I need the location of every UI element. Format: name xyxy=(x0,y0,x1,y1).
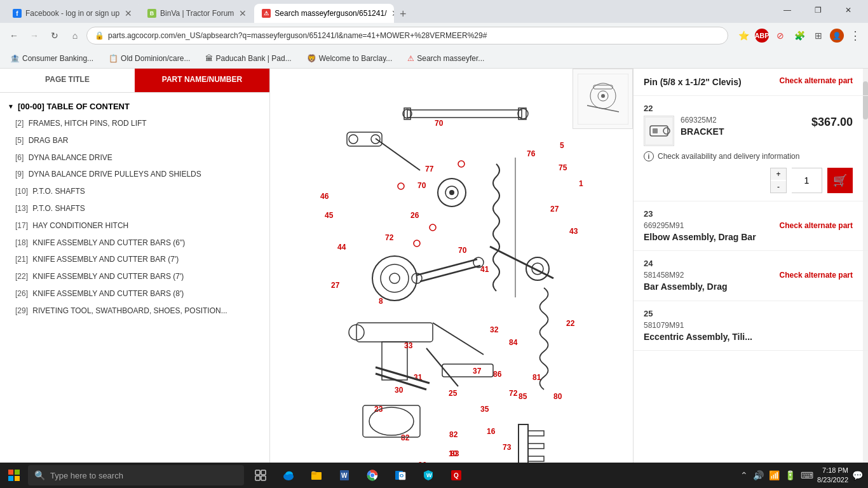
svg-text:72: 72 xyxy=(509,389,518,398)
tab-part-name-number[interactable]: PART NAME/NUMBER xyxy=(135,69,269,92)
back-button[interactable]: ← xyxy=(5,27,23,44)
part-item-pin: Pin (5/8 x 1-1/2" Clevis) Check alternat… xyxy=(634,69,868,96)
notification-icon[interactable]: 💬 xyxy=(852,470,863,480)
toc-item-6[interactable]: [6] DYNA BALANCE DRIVE xyxy=(0,149,269,166)
part-25-name: Eccentric Assembly, Tili... xyxy=(644,331,853,342)
part-pin-check-alt[interactable]: Check alternate part xyxy=(780,76,853,85)
toc-num-13: [13] xyxy=(15,204,28,213)
svg-rect-21 xyxy=(382,342,407,380)
tab-close-binva[interactable]: ✕ xyxy=(239,8,247,18)
taskbar-system-icons: ⌃ 🔊 📶 🔋 ⌨ xyxy=(740,470,813,480)
taskbar-word-icon[interactable]: W xyxy=(330,463,358,488)
taskbar-windows-security-icon[interactable]: W xyxy=(414,463,442,488)
abp-icon[interactable]: ABP xyxy=(755,29,769,43)
bookmark-paducah[interactable]: 🏛 Paducah Bank | Pad... xyxy=(200,53,296,64)
menu-icon[interactable]: ⋮ xyxy=(848,28,863,43)
part-24-check-alt[interactable]: Check alternate part xyxy=(780,271,853,280)
taskbar-time-display[interactable]: 7:18 PM 8/23/2022 xyxy=(817,466,848,485)
svg-text:26: 26 xyxy=(410,211,419,220)
toc-item-2[interactable]: [2] FRAMES, HITCH PINS, ROD LIFT xyxy=(0,115,269,132)
toc-item-13[interactable]: [13] P.T.O. SHAFTS xyxy=(0,200,269,217)
svg-text:33: 33 xyxy=(404,341,413,350)
toc-item-17[interactable]: [17] HAY CONDITIONER HITCH xyxy=(0,217,269,234)
taskbar-search-text: Type here to search xyxy=(50,471,123,480)
svg-text:75: 75 xyxy=(559,163,567,172)
diagram-area: 76 1 27 43 5 22 70 41 32 84 80 8 27 44 4… xyxy=(270,69,633,488)
tab-bar: f Facebook - log in or sign up ✕ B BinVa… xyxy=(0,0,868,23)
svg-text:22: 22 xyxy=(566,319,575,328)
keyboard-icon[interactable]: ⌨ xyxy=(801,470,813,480)
puzzle-icon[interactable]: 🧩 xyxy=(792,28,807,43)
bookmark-old-dominion[interactable]: 📋 Old Dominion/care... xyxy=(104,53,195,64)
close-button[interactable]: ✕ xyxy=(834,0,863,23)
profile-icon[interactable]: 👤 xyxy=(830,29,844,43)
toc-item-5[interactable]: [5] DRAG BAR xyxy=(0,132,269,149)
part-25-sku: 581079M91 xyxy=(644,321,853,330)
toc-label-2: FRAMES, HITCH PINS, ROD LIFT xyxy=(29,119,147,128)
bookmark-barclay[interactable]: 🦁 Welcome to Barclay... xyxy=(302,53,398,64)
part-22-availability-row[interactable]: i Check availability and delivery inform… xyxy=(644,151,853,161)
forward-button[interactable]: → xyxy=(25,27,43,44)
part-22-cart-button[interactable]: 🛒 xyxy=(827,168,853,193)
start-button[interactable] xyxy=(0,463,28,488)
toc-item-26[interactable]: [26] KNIFE ASSEMBLY AND CUTTER BARS (8') xyxy=(0,285,269,302)
taskbar-chrome-icon[interactable] xyxy=(358,463,386,488)
tab-facebook-label: Facebook - log in or sign up xyxy=(25,9,119,18)
toc-label-21: KNIFE ASSEMBLY AND CUTTER BAR (7') xyxy=(32,255,179,264)
svg-rect-102 xyxy=(311,472,316,475)
window-controls: — ❐ ✕ xyxy=(773,0,863,23)
network-icon[interactable]: 📶 xyxy=(769,470,780,480)
bookmark-massey[interactable]: ⚠ Search masseyfer... xyxy=(402,53,489,64)
maximize-button[interactable]: ❐ xyxy=(803,0,832,23)
toc-item-10[interactable]: [10] P.T.O. SHAFTS xyxy=(0,183,269,200)
sidebar-tabs: PAGE TITLE PART NAME/NUMBER xyxy=(0,69,269,93)
chevron-up-icon[interactable]: ⌃ xyxy=(740,470,748,480)
part-25-row: 581079M91 Eccentric Assembly, Tili... xyxy=(644,321,853,342)
block-icon[interactable]: ⊘ xyxy=(773,28,788,43)
part-22-qty-minus[interactable]: - xyxy=(771,181,786,193)
bookmark-consumer-banking[interactable]: 🏦 Consumer Banking... xyxy=(5,53,98,64)
reload-button[interactable]: ↻ xyxy=(46,27,64,44)
battery-icon[interactable]: 🔋 xyxy=(785,470,796,480)
bookmark-paducah-label: Paducah Bank | Pad... xyxy=(215,54,291,63)
part-23-check-alt[interactable]: Check alternate part xyxy=(780,221,853,230)
part-22-qty-plus[interactable]: + xyxy=(771,168,786,180)
toc-item-21[interactable]: [21] KNIFE ASSEMBLY AND CUTTER BAR (7') xyxy=(0,251,269,268)
taskbar-edge-icon[interactable] xyxy=(275,463,302,488)
tab-facebook[interactable]: f Facebook - log in or sign up ✕ xyxy=(5,4,140,23)
svg-rect-79 xyxy=(528,444,544,449)
taskbar-red-icon[interactable]: Q xyxy=(442,463,470,488)
bookmark-barclay-label: Welcome to Barclay... xyxy=(319,54,393,63)
toc-item-22[interactable]: [22] KNIFE ASSEMBLY AND CUTTER BARS (7') xyxy=(0,268,269,285)
parts-panel: Pin (5/8 x 1-1/2" Clevis) Check alternat… xyxy=(633,69,868,488)
minimize-button[interactable]: — xyxy=(773,0,802,23)
taskbar-outlook-icon[interactable]: O xyxy=(386,463,414,488)
task-view-button[interactable] xyxy=(247,463,275,488)
home-button[interactable]: ⌂ xyxy=(66,27,84,44)
toc-label-18: KNIFE ASSEMBLY AND CUTTER BARS (6") xyxy=(32,238,185,247)
svg-text:82: 82 xyxy=(401,433,410,442)
new-tab-button[interactable]: + xyxy=(394,5,412,23)
toc-item-18[interactable]: [18] KNIFE ASSEMBLY AND CUTTER BARS (6") xyxy=(0,234,269,252)
bookmark-old-dominion-label: Old Dominion/care... xyxy=(121,54,190,63)
tab-page-title[interactable]: PAGE TITLE xyxy=(0,69,135,92)
svg-text:W: W xyxy=(341,472,348,479)
tab-massey[interactable]: ⚠ Search masseyferguson/651241/ ✕ xyxy=(254,4,394,23)
diagram-image-container[interactable]: 76 1 27 43 5 22 70 41 32 84 80 8 27 44 4… xyxy=(270,69,633,488)
toc-item-9[interactable]: [9] DYNA BALANCE DRIVE PULLEYS AND SHIEL… xyxy=(0,166,269,183)
speaker-icon[interactable]: 🔊 xyxy=(753,470,764,480)
toc-header[interactable]: ▼ [00-00] TABLE OF CONTENT xyxy=(0,98,269,115)
svg-text:27: 27 xyxy=(550,205,559,214)
extensions-icon[interactable]: ⭐ xyxy=(736,28,751,43)
toc-item-29[interactable]: [29] RIVETING TOOL, SWATHBOARD, SHOES, P… xyxy=(0,302,269,320)
tab-binva[interactable]: B BinVa | Tractor Forum ✕ xyxy=(140,4,254,23)
tab-binva-label: BinVa | Tractor Forum xyxy=(160,9,234,18)
taskbar-explorer-icon[interactable] xyxy=(302,463,330,488)
part-22-qty-display[interactable]: 1 xyxy=(792,168,822,193)
grid-icon[interactable]: ⊞ xyxy=(811,28,826,43)
tab-close-facebook[interactable]: ✕ xyxy=(125,8,132,18)
address-bar[interactable]: 🔒 parts.agcocorp.com/en_US/apbsearch?q=m… xyxy=(86,27,728,44)
taskbar-search-bar[interactable]: 🔍 Type here to search xyxy=(28,465,244,485)
svg-text:43: 43 xyxy=(569,227,578,236)
svg-point-13 xyxy=(372,256,417,301)
